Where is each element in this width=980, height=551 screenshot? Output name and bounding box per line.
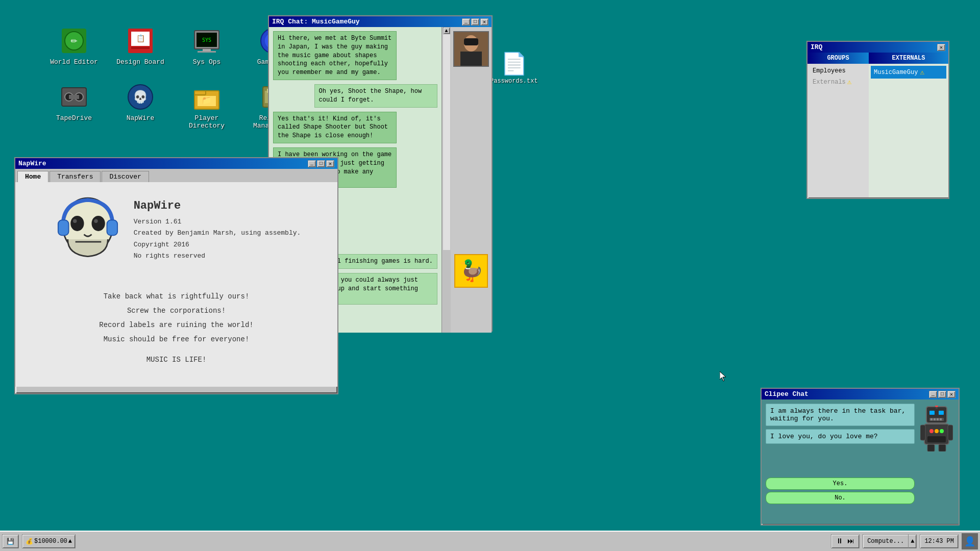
media-pause-btn[interactable]: ⏸	[835, 537, 845, 545]
chat-message-2: Oh yes, Shoot the Shape, how could I for…	[314, 84, 438, 108]
irq-chat-minimize-btn[interactable]: _	[462, 18, 470, 26]
napwire-title: NapWire	[18, 160, 46, 167]
motd-line-1: Take back what is rightfully ours!	[99, 289, 253, 304]
napwire-skull-logo	[52, 192, 124, 269]
avatar-musicgameguy	[453, 31, 489, 67]
irq-item-externals[interactable]: Externals ⚠	[810, 76, 867, 88]
clipee-robot-icon	[920, 406, 953, 452]
svg-rect-52	[934, 418, 936, 420]
svg-rect-9	[203, 49, 211, 51]
napwire-minimize-btn[interactable]: _	[308, 160, 316, 167]
clipee-body: I am always there in the task bar, waiti…	[762, 399, 959, 524]
napwire-close-btn[interactable]: ✕	[326, 160, 334, 167]
clipee-controls: _ □ ✕	[929, 391, 955, 398]
icon-player-directory[interactable]: 📁 Player Directory	[179, 82, 235, 130]
irq-externals-header[interactable]: EXTERNALS	[869, 53, 948, 64]
svg-point-37	[91, 216, 105, 231]
napwire-tabs: Home Transfers Discover	[15, 169, 337, 182]
icon-sys-ops[interactable]: SYS Sys Ops	[179, 26, 235, 66]
irq-panel-body: GROUPS Employees Externals ⚠ EXTERNALS M…	[807, 53, 948, 197]
player-directory-icon: 📁	[191, 82, 222, 112]
money-arrow[interactable]: ▲	[68, 538, 72, 545]
clipee-yes-btn[interactable]: Yes.	[766, 478, 915, 490]
svg-point-45	[94, 219, 98, 223]
money-amount: $10000.00	[34, 538, 67, 545]
irq-chat-window-controls: _ □ ✕	[462, 18, 488, 26]
design-board-icon: 📋	[125, 26, 156, 56]
clipee-msg-2: I love you, do you love me?	[766, 429, 915, 444]
svg-rect-18	[69, 95, 79, 99]
napwire-rights: No rights reserved	[134, 251, 301, 262]
irq-groups-header[interactable]: GROUPS	[807, 53, 869, 64]
chat-message-5: Well finishing games is hard.	[322, 254, 437, 269]
design-board-label: Design Board	[116, 58, 164, 66]
svg-rect-22	[194, 91, 206, 95]
irq-item-employees[interactable]: Employees	[810, 66, 867, 76]
taskbar-media-controls: ⏸ ⏭	[831, 534, 860, 548]
napwire-info-block: NapWire Version 1.61 Created by Benjamin…	[134, 199, 301, 261]
svg-text:✏: ✏	[70, 34, 78, 47]
clipee-close-btn[interactable]: ✕	[947, 391, 955, 398]
passwords-label: Passwords.txt	[490, 78, 538, 85]
icon-world-editor[interactable]: ✏ World Editor	[46, 26, 102, 66]
napwire-tab-transfers[interactable]: Transfers	[50, 171, 101, 182]
svg-rect-53	[937, 418, 939, 420]
svg-rect-61	[927, 436, 946, 442]
irq-panel-titlebar[interactable]: IRQ ✕	[807, 42, 948, 53]
clipee-maximize-btn[interactable]: □	[938, 391, 946, 398]
svg-rect-34	[467, 45, 476, 49]
svg-point-44	[73, 219, 77, 223]
napwire-created-by: Created by Benjamin Marsh, using assembl…	[134, 228, 301, 239]
media-skip-btn[interactable]: ⏭	[846, 537, 856, 545]
irq-chat-close-btn[interactable]: ✕	[480, 18, 488, 26]
world-editor-label: World Editor	[50, 58, 98, 66]
compute-label[interactable]: Compute...	[863, 537, 908, 546]
napwire-maximize-btn[interactable]: □	[317, 160, 325, 167]
musicgameguy-label: MusicGameGuy	[874, 69, 918, 76]
chat-scrollbar-bottom[interactable]	[442, 250, 451, 333]
irq-right-panel: EXTERNALS MusicGameGuy ⚠	[869, 53, 948, 197]
chat-avatars-bottom: 🦆	[451, 250, 492, 333]
svg-rect-46	[75, 241, 101, 243]
svg-point-36	[70, 216, 84, 231]
money-icon: 💰	[26, 538, 33, 545]
taskbar-money-display[interactable]: 💰 $10000.00 ▲	[22, 534, 76, 548]
clipee-no-btn[interactable]: No.	[766, 492, 915, 504]
icon-tapedrive[interactable]: TapeDrive	[46, 82, 102, 130]
taskbar-hdd-btn[interactable]: 💾	[2, 534, 19, 548]
icon-napwire[interactable]: 💀 NapWire	[112, 82, 168, 130]
passwords-icon[interactable]: 📄 Passwords.txt	[490, 51, 538, 85]
svg-rect-10	[198, 51, 216, 53]
irq-external-musicgameguy[interactable]: MusicGameGuy ⚠	[871, 66, 946, 79]
svg-text:📋: 📋	[136, 34, 145, 43]
icon-design-board[interactable]: 📋 Design Board	[112, 26, 168, 66]
napwire-version-text: Version 1.61	[134, 216, 301, 228]
irq-externals-header-row: EXTERNALS	[869, 53, 948, 64]
clipee-titlebar[interactable]: Clipee Chat _ □ ✕	[762, 389, 959, 399]
svg-rect-33	[464, 38, 478, 45]
tapedrive-label: TapeDrive	[56, 114, 92, 122]
napwire-window-controls: _ □ ✕	[308, 160, 334, 167]
irq-panel-close-btn[interactable]: ✕	[937, 44, 945, 51]
taskbar: 💾 💰 $10000.00 ▲ ⏸ ⏭ Compute... ▲ 12:43 P…	[0, 531, 980, 551]
passwords-file-icon: 📄	[501, 51, 527, 78]
napwire-main-content: NapWire Version 1.61 Created by Benjamin…	[15, 182, 337, 387]
compute-arrow[interactable]: ▲	[908, 535, 916, 548]
taskbar-user-avatar[interactable]: 👤	[962, 533, 978, 549]
svg-text:💀: 💀	[133, 89, 148, 105]
motd-line-5: MUSIC IS LIFE!	[99, 353, 253, 367]
irq-left-panel: GROUPS Employees Externals ⚠	[807, 53, 869, 197]
clipee-minimize-btn[interactable]: _	[929, 391, 937, 398]
taskbar-clock: 12:43 PM	[920, 534, 959, 548]
napwire-tab-home[interactable]: Home	[17, 171, 48, 182]
svg-rect-48	[929, 411, 935, 415]
napwire-tab-discover[interactable]: Discover	[102, 171, 149, 182]
napwire-titlebar[interactable]: NapWire _ □ ✕	[15, 158, 337, 169]
irq-chat-titlebar[interactable]: IRQ Chat: MusicGameGuy _ □ ✕	[269, 16, 492, 27]
irq-chat-maximize-btn[interactable]: □	[471, 18, 479, 26]
motd-line-2: Screw the corporations!	[99, 304, 253, 318]
svg-text:📁: 📁	[202, 95, 212, 106]
clipee-response-buttons: Yes. No.	[766, 447, 915, 504]
scroll-up-btn[interactable]: ▲	[443, 27, 450, 34]
externals-warning-icon: ⚠	[847, 78, 851, 86]
